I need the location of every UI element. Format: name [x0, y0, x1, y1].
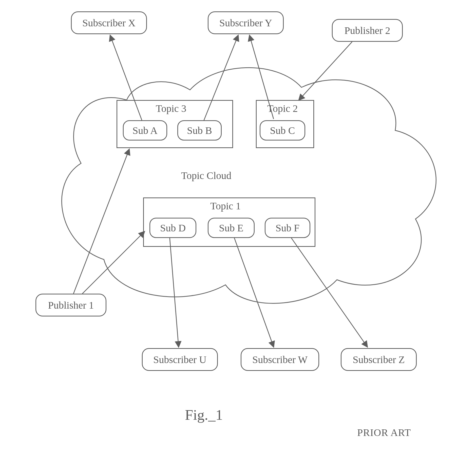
topic2-label: Topic 2: [267, 103, 298, 114]
label-publisher-1: Publisher 1: [48, 299, 94, 311]
node-subscriber-x: Subscriber X: [71, 11, 147, 34]
figure-note: PRIOR ART: [357, 427, 411, 438]
sub-a-pill: Sub A: [123, 120, 167, 141]
node-publisher-1: Publisher 1: [35, 294, 106, 316]
sub-a-label: Sub A: [132, 125, 158, 136]
node-subscriber-u: Subscriber U: [142, 348, 218, 371]
arrow-pub2-topic2: [299, 42, 352, 100]
sub-f-pill: Sub F: [265, 218, 310, 238]
sub-b-pill: Sub B: [177, 120, 222, 141]
sub-d-pill: Sub D: [149, 218, 196, 238]
label-subscriber-w: Subscriber W: [252, 354, 308, 366]
label-subscriber-y: Subscriber Y: [219, 17, 272, 29]
node-subscriber-y: Subscriber Y: [208, 11, 284, 34]
topic-cloud-label: Topic Cloud: [181, 170, 231, 182]
sub-c-pill: Sub C: [260, 120, 305, 141]
sub-e-label: Sub E: [219, 222, 243, 234]
topic-cloud-shape: [53, 52, 438, 313]
sub-f-label: Sub F: [276, 222, 300, 234]
sub-b-label: Sub B: [187, 125, 212, 136]
sub-c-label: Sub C: [270, 125, 295, 136]
label-subscriber-z: Subscriber Z: [353, 354, 405, 366]
node-subscriber-z: Subscriber Z: [341, 348, 417, 371]
arrow-pub1-topic3: [73, 149, 129, 294]
sub-d-label: Sub D: [160, 222, 186, 234]
topic3-label: Topic 3: [156, 103, 186, 114]
topic1-label: Topic 1: [210, 200, 241, 212]
node-subscriber-w: Subscriber W: [241, 348, 319, 371]
node-publisher-2: Publisher 2: [332, 19, 403, 42]
arrow-sube-subw: [234, 238, 274, 347]
label-subscriber-u: Subscriber U: [153, 354, 206, 366]
arrow-subf-subz: [291, 238, 367, 347]
arrow-subd-subu: [170, 238, 179, 347]
sub-e-pill: Sub E: [208, 218, 255, 238]
diagram-canvas: Subscriber X Subscriber Y Publisher 2 To…: [35, 11, 446, 452]
label-publisher-2: Publisher 2: [344, 25, 390, 36]
label-subscriber-x: Subscriber X: [82, 17, 136, 29]
arrow-pub1-topic1: [82, 232, 144, 294]
figure-caption: Fig._1: [185, 406, 223, 423]
